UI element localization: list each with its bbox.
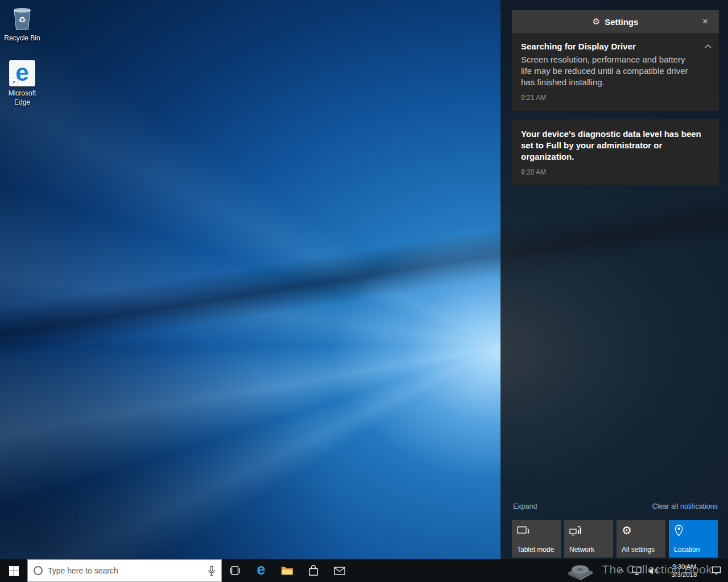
chevron-up-icon[interactable] <box>704 41 712 51</box>
mail-icon <box>334 567 345 575</box>
recycle-bin-icon: ♻ <box>9 4 36 32</box>
chevron-up-icon <box>618 568 624 573</box>
action-center-button[interactable] <box>706 559 726 582</box>
show-hidden-icons-button[interactable] <box>614 559 628 582</box>
notification-title: Your device's diagnostic data level has … <box>521 128 710 163</box>
action-center-panel: ⚙ Settings × Searching for Display Drive… <box>500 0 728 559</box>
notification-time: 9:21 AM <box>521 94 696 102</box>
quick-action-all-settings[interactable]: ⚙ All settings <box>617 520 665 558</box>
notification-group-title: Settings <box>605 17 638 27</box>
clock-time: 9:30 AM <box>662 563 706 571</box>
network-icon <box>632 566 642 575</box>
desktop-icon-label: Recycle Bin <box>4 34 40 43</box>
quick-action-label: Tablet mode <box>517 546 554 554</box>
volume-tray-button[interactable] <box>645 559 662 582</box>
edge-icon: e <box>257 562 265 577</box>
cortana-icon <box>34 566 43 575</box>
action-center-icon <box>712 566 721 575</box>
quick-action-label: All settings <box>622 546 655 554</box>
location-pin-icon <box>674 525 686 537</box>
settings-gear-icon: ⚙ <box>622 525 634 537</box>
quick-action-tablet-mode[interactable]: Tablet mode <box>512 520 561 558</box>
taskbar-empty-area[interactable] <box>353 559 614 582</box>
windows-logo-icon <box>9 566 19 576</box>
clock-date: 3/3/2018 <box>662 571 706 579</box>
taskbar: e <box>0 559 728 582</box>
microsoft-edge-icon: e ↗ <box>9 60 35 86</box>
taskbar-edge-button[interactable]: e <box>248 559 274 582</box>
notification-card[interactable]: Your device's diagnostic data level has … <box>512 119 719 185</box>
desktop-icon-label: Microsoft Edge <box>0 89 44 107</box>
tablet-mode-icon <box>517 525 530 537</box>
quick-action-label: Location <box>674 546 700 554</box>
quick-actions-row: Tablet mode Network ⚙ A <box>512 520 718 558</box>
notification-group-header: ⚙ Settings × <box>512 10 719 33</box>
search-input[interactable] <box>48 566 202 575</box>
quick-action-network[interactable]: Network <box>564 520 613 558</box>
quick-action-location[interactable]: Location <box>669 520 718 558</box>
notification-title: Searching for Display Driver <box>521 41 696 51</box>
file-explorer-icon <box>281 566 293 576</box>
svg-text:♻: ♻ <box>18 15 26 24</box>
desktop-icon-recycle-bin[interactable]: ♻ Recycle Bin <box>0 4 44 43</box>
start-button[interactable] <box>0 559 27 582</box>
notification-body: Screen resolution, performance and batte… <box>521 54 696 88</box>
expand-link[interactable]: Expand <box>513 502 537 510</box>
notification-time: 9:20 AM <box>521 168 710 176</box>
taskbar-mail-button[interactable] <box>326 559 353 582</box>
task-view-button[interactable] <box>222 559 248 582</box>
taskbar-store-button[interactable] <box>300 559 326 582</box>
microsoft-store-icon <box>308 565 318 576</box>
taskbar-search[interactable] <box>27 559 222 582</box>
screen: ♻ Recycle Bin e ↗ Microsoft Edge ⚙ Setti… <box>0 0 728 582</box>
network-tray-button[interactable] <box>628 559 645 582</box>
network-icon <box>569 525 582 537</box>
task-view-icon <box>229 566 241 575</box>
taskbar-file-explorer-button[interactable] <box>274 559 300 582</box>
notification-card[interactable]: Searching for Display Driver Screen reso… <box>512 33 719 111</box>
speaker-icon <box>648 567 659 575</box>
taskbar-clock[interactable]: 9:30 AM 3/3/2018 <box>662 563 706 579</box>
close-group-icon[interactable]: × <box>697 10 713 33</box>
quick-action-label: Network <box>569 546 594 554</box>
microphone-icon[interactable] <box>208 566 216 576</box>
desktop-icon-microsoft-edge[interactable]: e ↗ Microsoft Edge <box>0 59 44 107</box>
settings-gear-icon: ⚙ <box>593 16 600 27</box>
system-tray: 9:30 AM 3/3/2018 <box>614 559 728 582</box>
shortcut-arrow-icon: ↗ <box>10 78 17 86</box>
clear-all-notifications-link[interactable]: Clear all notifications <box>652 502 718 510</box>
